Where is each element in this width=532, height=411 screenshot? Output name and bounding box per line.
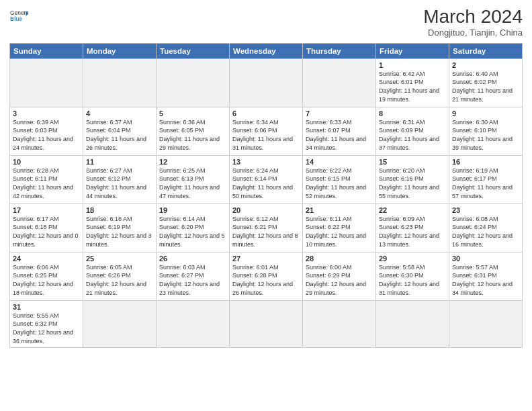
table-row: 15Sunrise: 6:20 AM Sunset: 6:16 PM Dayli… <box>376 155 449 203</box>
table-row: 27Sunrise: 6:01 AM Sunset: 6:28 PM Dayli… <box>230 252 303 300</box>
title-block: March 2024 Dongjituo, Tianjin, China <box>423 7 523 38</box>
svg-text:Blue: Blue <box>10 15 22 22</box>
table-row: 11Sunrise: 6:27 AM Sunset: 6:12 PM Dayli… <box>83 155 157 203</box>
table-row: 9Sunrise: 6:30 AM Sunset: 6:10 PM Daylig… <box>449 107 523 155</box>
table-row: 28Sunrise: 6:00 AM Sunset: 6:29 PM Dayli… <box>303 252 376 300</box>
logo: General Blue <box>9 7 28 26</box>
calendar-table: Sunday Monday Tuesday Wednesday Thursday… <box>9 43 523 348</box>
table-row: 13Sunrise: 6:24 AM Sunset: 6:14 PM Dayli… <box>230 155 303 203</box>
table-row: 8Sunrise: 6:31 AM Sunset: 6:09 PM Daylig… <box>376 107 449 155</box>
calendar-header-row: Sunday Monday Tuesday Wednesday Thursday… <box>10 43 523 58</box>
table-row: 20Sunrise: 6:12 AM Sunset: 6:21 PM Dayli… <box>230 203 303 252</box>
header-saturday: Saturday <box>449 43 523 58</box>
header-monday: Monday <box>83 43 157 58</box>
table-row <box>157 58 230 107</box>
header-sunday: Sunday <box>10 43 83 58</box>
main-container: General Blue March 2024 Dongjituo, Tianj… <box>0 0 532 352</box>
table-row: 23Sunrise: 6:08 AM Sunset: 6:24 PM Dayli… <box>449 203 523 252</box>
table-row <box>303 58 376 107</box>
table-row: 10Sunrise: 6:28 AM Sunset: 6:11 PM Dayli… <box>10 155 83 203</box>
table-row: 22Sunrise: 6:09 AM Sunset: 6:23 PM Dayli… <box>376 203 449 252</box>
table-row <box>376 300 449 347</box>
header-wednesday: Wednesday <box>230 43 303 58</box>
header-friday: Friday <box>376 43 449 58</box>
table-row <box>230 300 303 347</box>
table-row <box>10 58 83 107</box>
table-row: 5Sunrise: 6:36 AM Sunset: 6:05 PM Daylig… <box>157 107 230 155</box>
table-row: 19Sunrise: 6:14 AM Sunset: 6:20 PM Dayli… <box>157 203 230 252</box>
header: General Blue March 2024 Dongjituo, Tianj… <box>9 7 523 38</box>
table-row: 1Sunrise: 6:42 AM Sunset: 6:01 PM Daylig… <box>376 58 449 107</box>
table-row: 25Sunrise: 6:05 AM Sunset: 6:26 PM Dayli… <box>83 252 157 300</box>
header-tuesday: Tuesday <box>157 43 230 58</box>
table-row: 7Sunrise: 6:33 AM Sunset: 6:07 PM Daylig… <box>303 107 376 155</box>
logo-icon: General Blue <box>9 7 28 26</box>
table-row <box>157 300 230 347</box>
table-row <box>449 300 523 347</box>
table-row: 16Sunrise: 6:19 AM Sunset: 6:17 PM Dayli… <box>449 155 523 203</box>
table-row <box>303 300 376 347</box>
table-row: 14Sunrise: 6:22 AM Sunset: 6:15 PM Dayli… <box>303 155 376 203</box>
month-year-title: March 2024 <box>423 7 523 28</box>
table-row: 18Sunrise: 6:16 AM Sunset: 6:19 PM Dayli… <box>83 203 157 252</box>
table-row <box>83 300 157 347</box>
table-row <box>83 58 157 107</box>
table-row: 17Sunrise: 6:17 AM Sunset: 6:18 PM Dayli… <box>10 203 83 252</box>
table-row <box>230 58 303 107</box>
table-row: 26Sunrise: 6:03 AM Sunset: 6:27 PM Dayli… <box>157 252 230 300</box>
table-row: 3Sunrise: 6:39 AM Sunset: 6:03 PM Daylig… <box>10 107 83 155</box>
table-row: 6Sunrise: 6:34 AM Sunset: 6:06 PM Daylig… <box>230 107 303 155</box>
table-row: 4Sunrise: 6:37 AM Sunset: 6:04 PM Daylig… <box>83 107 157 155</box>
table-row: 30Sunrise: 5:57 AM Sunset: 6:31 PM Dayli… <box>449 252 523 300</box>
header-thursday: Thursday <box>303 43 376 58</box>
table-row: 29Sunrise: 5:58 AM Sunset: 6:30 PM Dayli… <box>376 252 449 300</box>
table-row: 31Sunrise: 5:55 AM Sunset: 6:32 PM Dayli… <box>10 300 83 347</box>
table-row: 21Sunrise: 6:11 AM Sunset: 6:22 PM Dayli… <box>303 203 376 252</box>
table-row: 2Sunrise: 6:40 AM Sunset: 6:02 PM Daylig… <box>449 58 523 107</box>
location-subtitle: Dongjituo, Tianjin, China <box>423 28 523 38</box>
table-row: 24Sunrise: 6:06 AM Sunset: 6:25 PM Dayli… <box>10 252 83 300</box>
table-row: 12Sunrise: 6:25 AM Sunset: 6:13 PM Dayli… <box>157 155 230 203</box>
